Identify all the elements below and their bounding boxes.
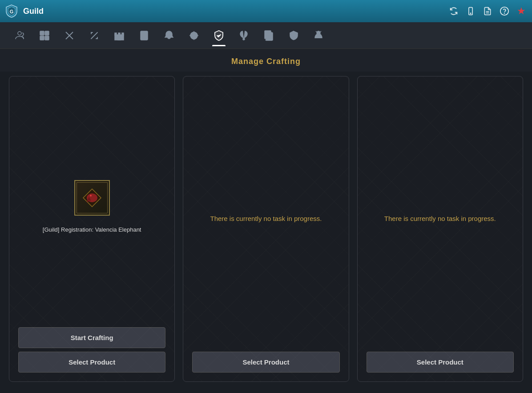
- svg-rect-10: [45, 36, 49, 40]
- select-product-button-1[interactable]: Select Product: [18, 352, 165, 373]
- card-2-buttons: Select Product: [192, 352, 339, 373]
- item-icon-1: [74, 180, 110, 216]
- nav-tools[interactable]: [59, 25, 80, 46]
- help-button[interactable]: [498, 5, 511, 17]
- nav-target[interactable]: [183, 25, 205, 46]
- document-button[interactable]: [481, 5, 494, 17]
- nav-scroll[interactable]: [133, 25, 155, 46]
- refresh-button[interactable]: [447, 5, 460, 17]
- window-title: Guild: [23, 7, 44, 16]
- nav-protection[interactable]: [283, 25, 304, 46]
- card-2-content: There is currently no task in progress.: [192, 85, 339, 352]
- svg-rect-16: [122, 33, 124, 35]
- card-3-content: There is currently no task in progress.: [367, 85, 514, 352]
- title-bar: G Guild: [0, 0, 532, 22]
- card-3-buttons: Select Product: [367, 352, 514, 373]
- nav-register[interactable]: [258, 25, 279, 46]
- nav-members[interactable]: [9, 25, 30, 46]
- svg-rect-7: [40, 31, 44, 35]
- nav-bar: [0, 22, 532, 49]
- svg-rect-14: [115, 33, 117, 35]
- title-left: G Guild: [4, 4, 44, 18]
- svg-rect-17: [118, 37, 121, 40]
- card-1-content: [Guild] Registration: Valencia Elephant: [18, 85, 165, 327]
- select-product-button-3[interactable]: Select Product: [367, 352, 514, 373]
- crafting-slot-2: There is currently no task in progress. …: [183, 76, 349, 382]
- page-title: Manage Crafting: [231, 57, 301, 66]
- crafting-slot-3: There is currently no task in progress. …: [357, 76, 523, 382]
- main-content: [Guild] Registration: Valencia Elephant …: [0, 72, 532, 391]
- svg-marker-33: [83, 189, 101, 207]
- card-1-buttons: Start Crafting Select Product: [18, 327, 165, 373]
- svg-rect-8: [45, 31, 49, 35]
- svg-point-35: [90, 195, 92, 196]
- svg-point-28: [243, 38, 245, 40]
- nav-skills[interactable]: [34, 25, 55, 46]
- guild-shield-icon: G: [4, 4, 19, 18]
- svg-text:G: G: [10, 9, 14, 14]
- select-product-button-2[interactable]: Select Product: [192, 352, 339, 373]
- nav-combat[interactable]: [84, 25, 105, 46]
- page-title-area: Manage Crafting: [0, 49, 532, 72]
- svg-rect-15: [118, 33, 120, 35]
- svg-point-6: [504, 13, 505, 13]
- start-crafting-button[interactable]: Start Crafting: [18, 327, 165, 348]
- svg-point-2: [470, 13, 471, 14]
- svg-point-34: [87, 193, 97, 202]
- favorite-button[interactable]: ★: [515, 5, 528, 17]
- crafting-slot-1: [Guild] Registration: Valencia Elephant …: [9, 76, 175, 382]
- item-name-1: [Guild] Registration: Valencia Elephant: [43, 226, 141, 233]
- mobile-button[interactable]: [464, 5, 477, 17]
- title-right-buttons: ★: [447, 5, 528, 17]
- nav-notifications[interactable]: [158, 25, 180, 46]
- no-task-text-2: There is currently no task in progress.: [210, 215, 322, 222]
- svg-point-23: [192, 34, 196, 37]
- nav-crafting[interactable]: [208, 25, 230, 46]
- svg-rect-18: [141, 31, 148, 40]
- svg-rect-9: [40, 36, 44, 40]
- nav-laurel[interactable]: [233, 25, 254, 46]
- nav-monster[interactable]: [308, 25, 329, 46]
- svg-point-32: [317, 31, 320, 35]
- nav-castle[interactable]: [109, 25, 130, 46]
- no-task-text-3: There is currently no task in progress.: [384, 215, 496, 222]
